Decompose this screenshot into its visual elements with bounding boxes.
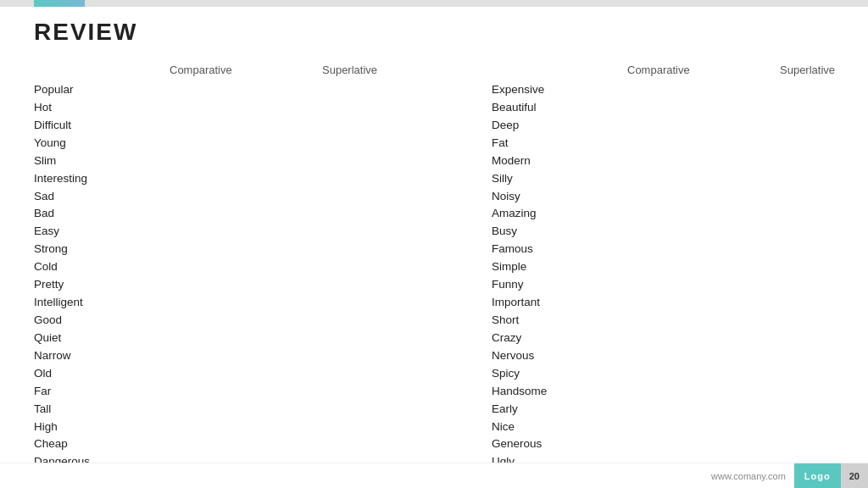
- word-comparative: [627, 188, 780, 206]
- left-word-col-header: [34, 64, 170, 76]
- word-label: Easy: [34, 223, 170, 241]
- table-row: Tall: [34, 401, 475, 419]
- word-label: Nervous: [492, 347, 627, 365]
- word-label: Cold: [34, 258, 170, 276]
- table-row: Handsome: [492, 383, 868, 401]
- word-comparative: [170, 223, 322, 241]
- word-comparative: [170, 294, 322, 312]
- word-superlative: [322, 81, 475, 99]
- word-superlative: [780, 135, 868, 152]
- word-label: High: [34, 419, 170, 436]
- word-label: Hot: [34, 99, 170, 117]
- word-label: Important: [492, 294, 627, 312]
- word-comparative: [170, 152, 322, 170]
- word-comparative: [170, 99, 322, 117]
- footer-url: www.comany.com: [711, 471, 786, 481]
- table-row: Narrow: [34, 347, 475, 365]
- table-row: Silly: [492, 170, 868, 188]
- word-comparative: [627, 435, 780, 453]
- left-comparative-header: Comparative: [170, 64, 322, 76]
- word-superlative: [322, 135, 475, 152]
- main-content: Comparative Superlative Popular Hot Diff…: [0, 55, 868, 463]
- word-superlative: [322, 435, 475, 453]
- word-comparative: [627, 347, 780, 365]
- word-superlative: [322, 383, 475, 401]
- footer-bar: www.comany.com Logo 20: [0, 463, 868, 488]
- table-row: Modern: [492, 152, 868, 170]
- word-superlative: [780, 188, 868, 206]
- word-comparative: [170, 330, 322, 347]
- word-comparative: [627, 294, 780, 312]
- word-label: Far: [34, 383, 170, 401]
- word-label: Popular: [34, 81, 170, 99]
- word-label: Modern: [492, 152, 627, 170]
- word-label: Difficult: [34, 117, 170, 135]
- word-label: Young: [34, 135, 170, 152]
- word-comparative: [170, 117, 322, 135]
- word-label: Handsome: [492, 383, 627, 401]
- word-label: Spicy: [492, 365, 627, 383]
- word-superlative: [780, 81, 868, 99]
- word-superlative: [780, 223, 868, 241]
- word-label: Strong: [34, 241, 170, 258]
- word-superlative: [780, 99, 868, 117]
- word-comparative: [627, 330, 780, 347]
- word-comparative: [170, 383, 322, 401]
- table-row: Intelligent: [34, 294, 475, 312]
- word-label: Fat: [492, 135, 627, 152]
- table-row: Easy: [34, 223, 475, 241]
- table-row: Cheap: [34, 435, 475, 453]
- left-table-header: Comparative Superlative: [34, 64, 475, 76]
- word-superlative: [780, 347, 868, 365]
- table-row: Busy: [492, 223, 868, 241]
- word-superlative: [322, 419, 475, 436]
- word-comparative: [627, 419, 780, 436]
- table-row: Spicy: [492, 365, 868, 383]
- table-row: Amazing: [492, 205, 868, 223]
- table-row: Important: [492, 294, 868, 312]
- right-word-col-header: [492, 64, 627, 76]
- word-label: Noisy: [492, 188, 627, 206]
- word-comparative: [627, 135, 780, 152]
- word-superlative: [322, 170, 475, 188]
- table-row: Quiet: [34, 330, 475, 347]
- word-superlative: [780, 330, 868, 347]
- word-comparative: [627, 99, 780, 117]
- word-comparative: [170, 170, 322, 188]
- word-comparative: [170, 258, 322, 276]
- table-row: Old: [34, 365, 475, 383]
- word-superlative: [780, 419, 868, 436]
- word-superlative: [322, 99, 475, 117]
- table-row: Young: [34, 135, 475, 152]
- right-table-header: Comparative Superlative: [492, 64, 868, 76]
- word-label: Early: [492, 401, 627, 419]
- word-label: Sad: [34, 188, 170, 206]
- table-row: Noisy: [492, 188, 868, 206]
- word-label: Interesting: [34, 170, 170, 188]
- word-superlative: [322, 294, 475, 312]
- word-comparative: [170, 312, 322, 330]
- word-label: Pretty: [34, 276, 170, 294]
- word-comparative: [170, 135, 322, 152]
- word-comparative: [627, 152, 780, 170]
- word-superlative: [322, 117, 475, 135]
- word-comparative: [627, 383, 780, 401]
- word-superlative: [322, 276, 475, 294]
- word-label: Bad: [34, 205, 170, 223]
- word-superlative: [780, 117, 868, 135]
- table-row: Strong: [34, 241, 475, 258]
- table-row: Slim: [34, 152, 475, 170]
- word-label: Amazing: [492, 205, 627, 223]
- word-comparative: [627, 223, 780, 241]
- word-comparative: [170, 435, 322, 453]
- word-comparative: [627, 258, 780, 276]
- word-superlative: [780, 258, 868, 276]
- word-superlative: [322, 223, 475, 241]
- word-label: Cheap: [34, 435, 170, 453]
- word-superlative: [322, 241, 475, 258]
- word-label: Old: [34, 365, 170, 383]
- word-superlative: [780, 241, 868, 258]
- word-comparative: [170, 347, 322, 365]
- word-superlative: [322, 330, 475, 347]
- word-superlative: [780, 312, 868, 330]
